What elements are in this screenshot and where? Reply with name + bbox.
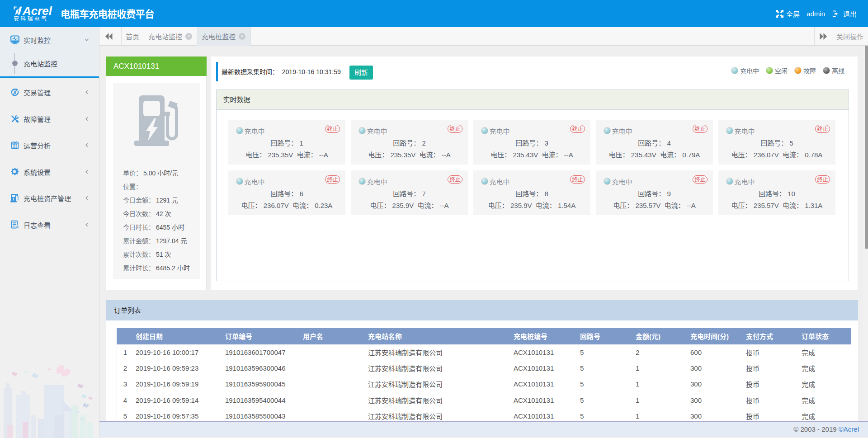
svg-text:¥: ¥ — [14, 90, 16, 95]
